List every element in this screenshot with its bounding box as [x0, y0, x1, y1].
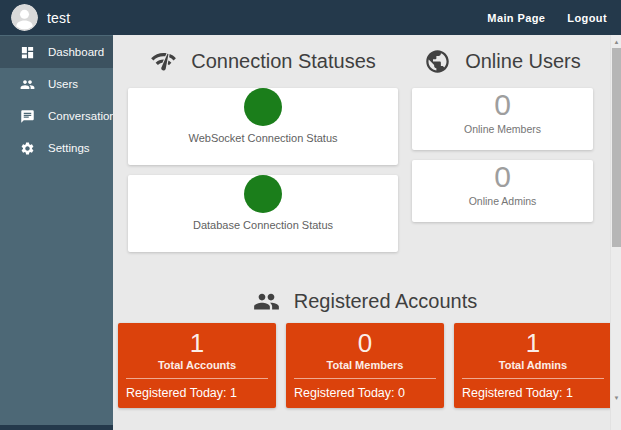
connection-statuses-header: Connection Statuses: [128, 43, 398, 79]
sidebar-item-users[interactable]: Users: [0, 68, 113, 100]
total-accounts-count: 1: [118, 328, 276, 358]
registered-accounts-row: 1 Total Accounts Registered Today: 1 0 T…: [118, 323, 612, 408]
connection-statuses-section: Connection Statuses WebSocket Connection…: [128, 43, 398, 252]
total-admins-card: 1 Total Admins Registered Today: 1: [454, 323, 612, 408]
websocket-status-card: WebSocket Connection Status: [128, 88, 398, 165]
sidebar-item-label: Users: [48, 78, 78, 90]
online-admins-card: 0 Online Admins: [412, 160, 593, 222]
total-accounts-label: Total Accounts: [118, 359, 276, 371]
online-members-card: 0 Online Members: [412, 88, 593, 150]
registered-accounts-header: Registered Accounts: [118, 283, 612, 319]
database-status-indicator: [244, 175, 282, 213]
chat-icon: [20, 109, 35, 124]
total-members-label: Total Members: [286, 359, 444, 371]
scroll-down-arrow-icon[interactable]: ▼: [611, 393, 621, 403]
registered-today-text: Registered Today: 0: [294, 386, 405, 400]
dashboard-icon: [20, 45, 35, 60]
top-navbar: test Main Page Logout: [0, 0, 621, 35]
registered-today-text: Registered Today: 1: [126, 386, 237, 400]
sidebar-item-dashboard[interactable]: Dashboard: [0, 36, 113, 68]
network-check-icon: [150, 48, 177, 75]
sidebar-item-label: Settings: [48, 142, 90, 154]
websocket-status-indicator: [244, 88, 282, 126]
sidebar-item-conversations[interactable]: Conversations: [0, 100, 113, 132]
total-admins-label: Total Admins: [454, 359, 612, 371]
section-title: Registered Accounts: [294, 290, 477, 313]
total-admins-count: 1: [454, 328, 612, 358]
scroll-up-arrow-icon[interactable]: ▲: [611, 37, 621, 47]
sidebar-item-settings[interactable]: Settings: [0, 132, 113, 164]
online-users-section: Online Users 0 Online Members 0 Online A…: [412, 43, 593, 222]
registered-today-text: Registered Today: 1: [462, 386, 573, 400]
sidebar-column: Dashboard Users Conversations Settings: [0, 35, 113, 430]
registered-accounts-section: Registered Accounts 1 Total Accounts Reg…: [118, 283, 612, 408]
online-users-header: Online Users: [412, 43, 593, 79]
gear-icon: [20, 141, 35, 156]
online-members-label: Online Members: [412, 123, 593, 135]
sidebar-item-label: Dashboard: [48, 46, 104, 58]
people-icon: [253, 288, 280, 315]
section-title: Online Users: [465, 50, 581, 73]
online-members-count: 0: [412, 88, 593, 122]
card-divider: [126, 378, 268, 379]
total-members-count: 0: [286, 328, 444, 358]
main-content: Connection Statuses WebSocket Connection…: [113, 35, 621, 430]
scrollbar-thumb[interactable]: [612, 48, 621, 247]
logout-link[interactable]: Logout: [567, 12, 607, 24]
online-admins-count: 0: [412, 160, 593, 194]
total-accounts-card: 1 Total Accounts Registered Today: 1: [118, 323, 276, 408]
section-title: Connection Statuses: [191, 50, 376, 73]
sidebar-item-label: Conversations: [48, 110, 122, 122]
vertical-scrollbar[interactable]: ▲ ▼: [610, 35, 621, 430]
online-admins-label: Online Admins: [412, 195, 593, 207]
card-divider: [462, 378, 604, 379]
card-divider: [294, 378, 436, 379]
globe-icon: [424, 48, 451, 75]
person-avatar-icon[interactable]: [11, 4, 38, 31]
sidebar: Dashboard Users Conversations Settings: [0, 35, 113, 425]
websocket-status-label: WebSocket Connection Status: [128, 132, 398, 144]
navbar-username: test: [47, 10, 70, 26]
total-members-card: 0 Total Members Registered Today: 0: [286, 323, 444, 408]
main-page-link[interactable]: Main Page: [487, 12, 545, 24]
database-status-label: Database Connection Status: [128, 219, 398, 231]
users-icon: [20, 77, 35, 92]
database-status-card: Database Connection Status: [128, 175, 398, 252]
